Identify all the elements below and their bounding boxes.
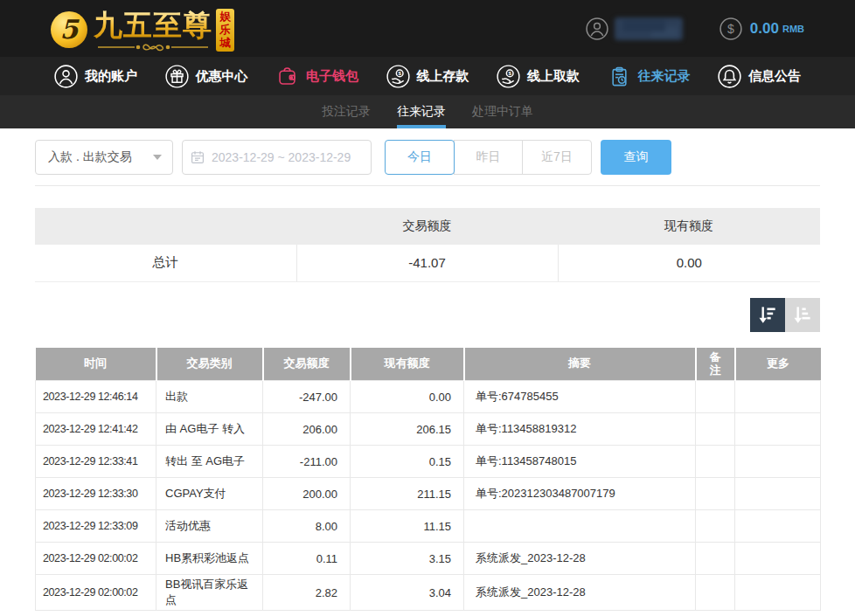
user-avatar-icon[interactable] [586, 17, 608, 40]
records-header-row: 时间 交易类别 交易额度 现有额度 摘要 备注 更多 [36, 348, 821, 381]
col-summary: 摘要 [464, 348, 696, 381]
bell-icon [718, 65, 741, 88]
summary-header-transaction: 交易额度 [296, 208, 558, 245]
summary-header-current: 现有额度 [558, 208, 820, 245]
records-icon [608, 65, 631, 88]
user-icon [54, 65, 78, 88]
divider [35, 185, 820, 186]
logo[interactable]: 5 九五至尊 娱乐城 [51, 4, 234, 52]
record-row: 2023-12-29 02:00:02 HB累积彩池返点 0.11 3.15 系… [36, 543, 821, 575]
col-type: 交易类别 [156, 348, 263, 381]
logo-icon: 5 [51, 11, 87, 48]
col-balance: 现有额度 [351, 348, 464, 381]
yesterday-button[interactable]: 昨日 [454, 140, 523, 175]
main-nav: 我的账户 优惠中心 电子钱包 $ 线上存款 [0, 57, 855, 95]
tab-betting-records[interactable]: 投注记录 [322, 95, 371, 128]
nav-e-wallet[interactable]: 电子钱包 [275, 65, 358, 88]
logo-text: 九五至尊 [94, 9, 212, 42]
chevron-down-icon [153, 155, 162, 160]
date-range-input[interactable]: 2023-12-29 ~ 2023-12-29 [182, 140, 372, 175]
content: 入款 . 出款交易 2023-12-29 ~ 2023-12-29 今日 昨日 … [0, 140, 855, 611]
nav-announcements[interactable]: 信息公告 [718, 65, 801, 88]
record-row: 2023-12-29 12:33:30 CGPAY支付 200.00 211.1… [36, 478, 821, 510]
col-time: 时间 [36, 348, 156, 381]
balance-amount[interactable]: 0.00 [750, 20, 779, 38]
withdraw-icon: $ [497, 65, 520, 88]
summary-current-total: 0.00 [558, 245, 820, 281]
record-row: 2023-12-29 12:41:42 由 AG电子 转入 206.00 206… [36, 413, 821, 446]
balance-dollar-icon: $ [719, 17, 742, 40]
query-button[interactable]: 查询 [601, 140, 671, 175]
summary-transaction-total: -41.07 [296, 245, 558, 281]
calendar-icon [190, 149, 205, 165]
nav-transaction-records[interactable]: 往来记录 [608, 65, 691, 88]
record-row: 2023-12-29 02:00:02 BB视讯百家乐返点 2.82 3.04 … [36, 575, 821, 611]
summary-table: 交易额度 现有额度 总计 -41.07 0.00 [35, 208, 820, 282]
svg-text:$: $ [508, 70, 511, 76]
last7days-button[interactable]: 近7日 [522, 140, 592, 175]
summary-row: 总计 -41.07 0.00 [35, 245, 820, 281]
col-more: 更多 [735, 348, 821, 381]
nav-my-account[interactable]: 我的账户 [54, 65, 137, 88]
quick-date-group: 今日 昨日 近7日 [385, 140, 592, 175]
balance-currency: RMB [782, 24, 804, 34]
nav-online-withdrawal[interactable]: $ 线上取款 [497, 65, 580, 88]
wallet-icon [275, 65, 299, 88]
today-button[interactable]: 今日 [385, 140, 455, 175]
tab-transaction-records[interactable]: 往来记录 [397, 95, 446, 128]
record-row: 2023-12-29 12:46:14 出款 -247.00 0.00 单号:6… [36, 381, 821, 413]
records-table: 时间 交易类别 交易额度 现有额度 摘要 备注 更多 2023-12-29 12… [35, 348, 821, 612]
col-note: 备注 [696, 348, 735, 381]
sort-controls [35, 298, 820, 332]
user-area: $ 0.00 RMB [586, 17, 804, 40]
sort-ascending-button[interactable] [785, 298, 820, 332]
tab-pending-orders[interactable]: 处理中订单 [472, 95, 533, 128]
svg-text:$: $ [398, 70, 401, 76]
deposit-icon: $ [386, 65, 410, 88]
topbar: 5 九五至尊 娱乐城 $ 0.00 RM [0, 0, 855, 57]
gift-icon [165, 65, 189, 88]
filter-row: 入款 . 出款交易 2023-12-29 ~ 2023-12-29 今日 昨日 … [35, 140, 820, 175]
transaction-type-select[interactable]: 入款 . 出款交易 [35, 140, 173, 175]
logo-badge: 娱乐城 [216, 9, 234, 52]
nav-online-deposit[interactable]: $ 线上存款 [386, 65, 469, 88]
subnav: 投注记录 往来记录 处理中订单 [0, 95, 855, 128]
col-amount: 交易额度 [263, 348, 351, 381]
svg-text:$: $ [727, 22, 734, 36]
username-redacted[interactable] [615, 17, 683, 40]
record-row: 2023-12-29 12:33:09 活动优惠 8.00 11.15 [36, 510, 821, 543]
summary-header-empty [35, 208, 296, 245]
sort-ascending-icon [791, 303, 814, 326]
nav-promotions[interactable]: 优惠中心 [165, 65, 248, 88]
sort-descending-icon [756, 303, 779, 326]
sort-descending-button[interactable] [750, 298, 785, 332]
logo-flourish-icon [96, 42, 210, 52]
summary-total-label: 总计 [35, 245, 296, 281]
record-row: 2023-12-29 12:33:41 转出 至 AG电子 -211.00 0.… [36, 446, 821, 478]
